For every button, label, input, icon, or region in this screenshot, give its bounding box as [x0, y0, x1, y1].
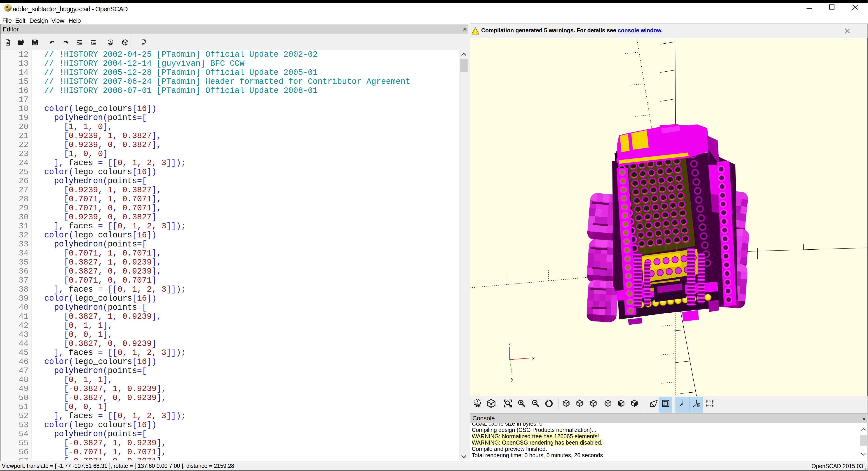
svg-text:STL: STL: [142, 43, 146, 45]
svg-text:z: z: [508, 341, 511, 346]
svg-text:x: x: [532, 356, 534, 361]
svg-text:y: y: [511, 377, 513, 381]
svg-text:10: 10: [696, 404, 700, 408]
